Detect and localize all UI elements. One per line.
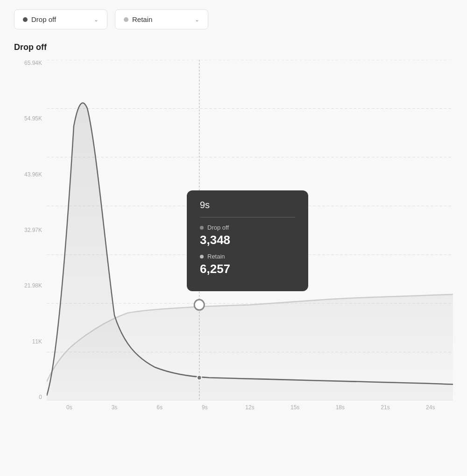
y-label-5495k: 54.95K	[14, 115, 47, 122]
tooltip-time: 9s	[200, 200, 295, 210]
tooltip: 9s Drop off 3,348 Retain 6,257	[187, 190, 308, 291]
x-label-3s: 3s	[92, 404, 137, 411]
tooltip-dropoff-value: 3,348	[200, 233, 295, 247]
retain-dropdown[interactable]: Retain ⌄	[115, 9, 208, 29]
tooltip-dropoff-dot	[200, 226, 204, 230]
retain-dot	[124, 17, 128, 22]
y-label-6594k: 65.94K	[14, 60, 47, 66]
tooltip-divider	[200, 217, 295, 217]
dropoff-chevron-icon: ⌄	[94, 16, 99, 23]
y-axis: 0 11K 21.98K 32.97K 43.96K 54.95K 65.94K	[14, 60, 47, 400]
x-label-6s: 6s	[137, 404, 182, 411]
y-label-4396k: 43.96K	[14, 171, 47, 178]
y-label-3297k: 32.97K	[14, 227, 47, 233]
retain-label: Retain	[132, 15, 152, 23]
tooltip-retain-dot	[200, 255, 204, 259]
tooltip-retain-item: Retain 6,257	[200, 253, 295, 276]
dropoff-label: Drop off	[31, 15, 56, 23]
y-label-2198k: 21.98K	[14, 282, 47, 289]
tooltip-dropoff-item: Drop off 3,348	[200, 224, 295, 247]
tooltip-retain-value: 6,257	[200, 262, 295, 276]
dropdown-row: Drop off ⌄ Retain ⌄	[14, 9, 453, 29]
retain-chevron-icon: ⌄	[195, 16, 199, 23]
svg-point-10	[194, 300, 204, 310]
x-label-15s: 15s	[272, 404, 318, 411]
dropoff-dot	[23, 17, 28, 22]
y-label-11k: 11K	[14, 338, 47, 345]
tooltip-dropoff-label: Drop off	[207, 224, 229, 231]
chart-container: 0 11K 21.98K 32.97K 43.96K 54.95K 65.94K	[14, 60, 453, 424]
x-label-12s: 12s	[227, 404, 273, 411]
svg-point-9	[197, 375, 202, 380]
x-label-24s: 24s	[408, 404, 453, 411]
y-label-0: 0	[14, 394, 47, 400]
x-label-0s: 0s	[47, 404, 92, 411]
x-label-18s: 18s	[318, 404, 363, 411]
x-label-9s: 9s	[182, 404, 227, 411]
x-label-21s: 21s	[363, 404, 408, 411]
chart-title: Drop off	[14, 42, 453, 52]
x-axis: 0s 3s 6s 9s 12s 15s 18s 21s 24s	[47, 400, 453, 424]
tooltip-retain-label: Retain	[207, 253, 225, 260]
dropoff-dropdown[interactable]: Drop off ⌄	[14, 9, 107, 29]
